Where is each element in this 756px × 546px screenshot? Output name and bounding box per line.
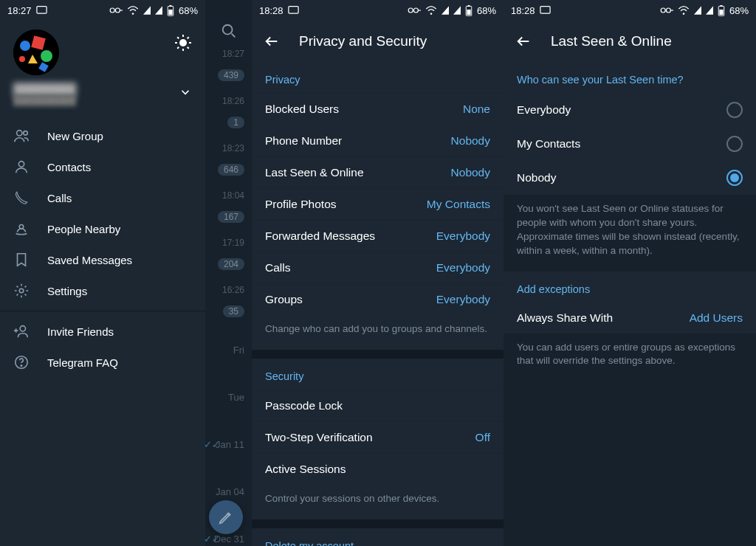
radio-everybody[interactable]: Everybody	[504, 93, 756, 127]
group-icon	[13, 128, 30, 144]
svg-rect-41	[720, 5, 722, 7]
compose-fab[interactable]	[209, 500, 243, 534]
menu-invite-friends[interactable]: Invite Friends	[0, 316, 205, 347]
radio-my-contacts[interactable]: My Contacts	[504, 127, 756, 161]
menu-label: Settings	[47, 285, 87, 297]
status-bar: 18:28 68%	[252, 0, 504, 21]
status-bar: 18:28 68%	[504, 0, 756, 21]
menu-label: Calls	[47, 192, 72, 204]
row-passcode-lock[interactable]: Passcode Lock	[252, 390, 504, 421]
signal2-icon	[155, 6, 162, 15]
menu-label: Saved Messages	[47, 254, 132, 266]
search-icon[interactable]	[205, 0, 252, 41]
section-who-can-see: Who can see your Last Seen time?	[504, 62, 756, 93]
row-forwarded-messages[interactable]: Forwarded MessagesEverybody	[252, 220, 504, 252]
radio-icon	[726, 136, 743, 152]
nearby-icon	[13, 221, 30, 237]
row-profile-photos[interactable]: Profile PhotosMy Contacts	[252, 188, 504, 220]
svg-point-10	[41, 50, 52, 62]
page-title: Privacy and Security	[299, 33, 427, 49]
status-bar: 18:27 68%	[0, 0, 205, 21]
svg-point-2	[115, 8, 120, 13]
svg-line-21	[188, 37, 189, 38]
phone-icon	[13, 190, 30, 206]
menu-people-nearby[interactable]: People Nearby	[0, 213, 205, 244]
pencil-icon	[218, 509, 234, 525]
chat-entry[interactable]: 18:23646	[205, 136, 252, 183]
svg-point-27	[20, 326, 25, 331]
row-phone-number[interactable]: Phone NumberNobody	[252, 125, 504, 156]
chat-entry[interactable]: 18:27439	[205, 41, 252, 89]
row-active-sessions[interactable]: Active Sessions	[252, 453, 504, 485]
svg-line-18	[177, 37, 179, 38]
row-blocked-users[interactable]: Blocked UsersNone	[252, 93, 504, 125]
chat-entry[interactable]: 17:19204	[205, 230, 252, 277]
svg-point-29	[21, 365, 21, 366]
signal2-icon	[453, 6, 461, 15]
menu-settings[interactable]: Settings	[0, 275, 205, 306]
menu-calls[interactable]: Calls	[0, 182, 205, 213]
phone: ██████████	[13, 95, 192, 106]
svg-line-19	[188, 47, 189, 49]
chat-entry[interactable]: 18:04167	[205, 183, 252, 230]
svg-rect-0	[36, 7, 46, 14]
radio-icon-selected	[726, 170, 743, 186]
svg-point-33	[413, 8, 418, 13]
chat-entry[interactable]: Tue	[205, 372, 252, 419]
menu-label: Invite Friends	[47, 325, 114, 338]
chat-entry[interactable]: 16:2635	[205, 277, 252, 325]
svg-point-39	[666, 8, 670, 13]
menu-label: New Group	[47, 130, 103, 142]
help-icon	[13, 354, 30, 370]
menu-saved-messages[interactable]: Saved Messages	[0, 244, 205, 275]
signal2-icon	[706, 6, 713, 15]
back-arrow-icon[interactable]	[515, 33, 532, 49]
who-hint: You won't see Last Seen or Online status…	[504, 195, 756, 272]
appbar: Last Seen & Online	[504, 21, 756, 62]
row-calls-privacy[interactable]: CallsEverybody	[252, 252, 504, 283]
person-icon	[13, 159, 30, 175]
vpn-icon	[660, 7, 673, 14]
section-security: Security	[252, 359, 504, 390]
theme-toggle-icon[interactable]	[174, 34, 192, 52]
menu-label: People Nearby	[47, 223, 120, 235]
svg-rect-31	[288, 7, 298, 14]
svg-rect-35	[467, 5, 470, 7]
svg-rect-37	[540, 7, 549, 14]
row-groups[interactable]: GroupsEverybody	[252, 283, 504, 315]
chat-entry[interactable]: 18:261	[205, 89, 252, 136]
username: ████████	[13, 83, 192, 95]
svg-point-1	[110, 8, 114, 13]
chat-entry[interactable]: ✓✓Jan 11	[205, 419, 252, 466]
row-two-step[interactable]: Two-Step VerificationOff	[252, 421, 504, 453]
signal-icon	[694, 6, 701, 15]
svg-rect-4	[169, 5, 171, 7]
account-switcher[interactable]: ████████ ██████████	[13, 83, 192, 106]
svg-rect-5	[168, 10, 172, 15]
appbar: Privacy and Security	[252, 21, 504, 62]
cast-icon	[36, 6, 47, 15]
svg-point-8	[20, 41, 30, 51]
radio-icon	[726, 102, 743, 118]
back-arrow-icon[interactable]	[264, 33, 280, 49]
wifi-icon	[678, 6, 690, 15]
battery-icon	[718, 5, 725, 16]
radio-nobody[interactable]: Nobody	[504, 161, 756, 195]
svg-point-12	[19, 56, 25, 62]
status-time: 18:28	[511, 5, 535, 16]
menu-new-group[interactable]: New Group	[0, 120, 205, 151]
chat-entry[interactable]: Fri	[205, 325, 252, 372]
row-always-share-with[interactable]: Always Share With Add Users	[504, 303, 756, 334]
status-time: 18:28	[259, 5, 284, 16]
drawer-header: ████████ ██████████	[0, 21, 205, 116]
avatar[interactable]	[13, 30, 59, 75]
drawer-menu: New Group Contacts Calls People Nearby S…	[0, 116, 205, 378]
menu-faq[interactable]: Telegram FAQ	[0, 347, 205, 378]
battery-icon	[167, 5, 174, 16]
row-last-seen-online[interactable]: Last Seen & OnlineNobody	[252, 156, 504, 188]
status-time: 18:27	[7, 5, 32, 16]
exceptions-hint: You can add users or entire groups as ex…	[504, 334, 756, 382]
menu-contacts[interactable]: Contacts	[0, 151, 205, 182]
section-delete-account: Delete my account	[252, 528, 504, 546]
section-exceptions: Add exceptions	[504, 272, 756, 303]
